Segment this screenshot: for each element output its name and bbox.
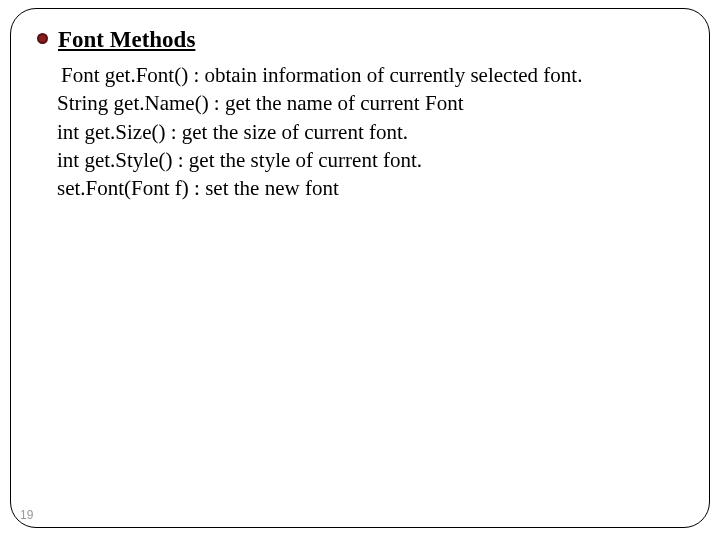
slide-title: Font Methods (58, 27, 195, 53)
method-line: set.Font(Font f) : set the new font (57, 174, 683, 202)
body-content: Font get.Font() : obtain information of … (37, 61, 683, 203)
method-line: String get.Name() : get the name of curr… (57, 89, 683, 117)
bullet-icon (37, 33, 48, 44)
slide-frame: Font Methods Font get.Font() : obtain in… (10, 8, 710, 528)
method-line: Font get.Font() : obtain information of … (57, 61, 683, 89)
page-number: 19 (20, 508, 33, 522)
method-line: int get.Size() : get the size of current… (57, 118, 683, 146)
method-line: int get.Style() : get the style of curre… (57, 146, 683, 174)
title-row: Font Methods (37, 27, 683, 53)
